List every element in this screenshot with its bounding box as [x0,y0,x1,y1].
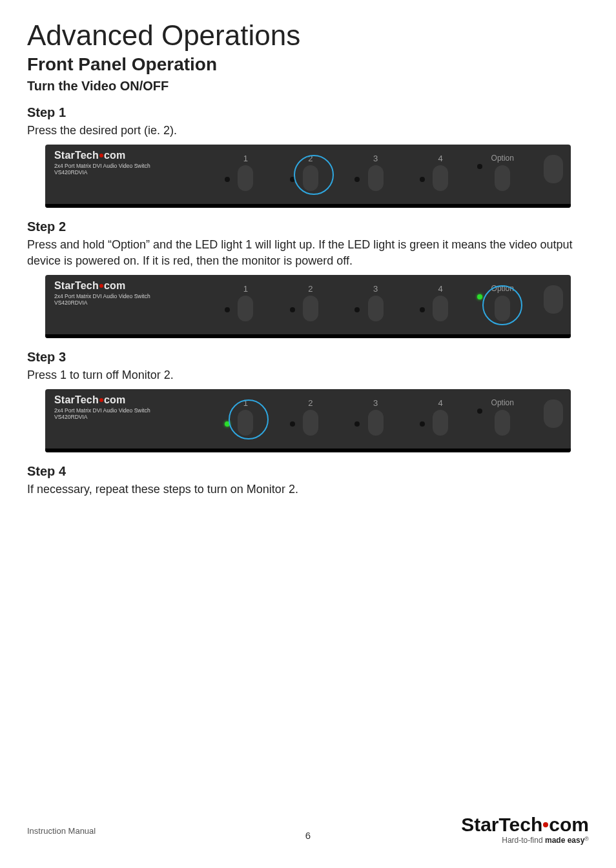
product-model: VS420RDVIA [54,169,150,176]
product-model: VS420RDVIA [54,299,150,306]
subsection-heading: Turn the Video ON/OFF [27,79,589,94]
port-led-2 [290,307,295,312]
option-pad [495,296,510,321]
port-led-2 [290,421,295,427]
step-text: Press 1 to turn off Monitor 2. [27,367,589,383]
port-pad-1 [238,296,253,321]
port-led-3 [354,421,360,427]
port-pad-4 [433,410,448,436]
port-button-1: 1 [213,389,278,449]
step-heading: Step 2 [27,219,589,234]
port-pad-3 [368,165,384,191]
step-text: Press the desired port (ie. 2). [27,123,589,138]
step-heading: Step 3 [27,350,589,365]
port-led-2 [290,177,295,182]
page-title: Advanced Operations [27,19,589,52]
aux-pad [544,285,563,314]
port-button-4: 4 [408,389,473,449]
port-led-1 [225,177,230,182]
option-button: Option [473,275,532,334]
port-led-3 [354,177,360,182]
port-led-1 [225,307,230,312]
port-led-3 [354,307,360,312]
option-pad [495,410,510,436]
step-heading: Step 1 [27,105,589,120]
product-model: VS420RDVIA [54,414,150,420]
port-button-1: 1 [213,145,278,204]
port-pad-1 [238,410,253,436]
port-button-3: 3 [343,145,408,204]
port-button-3: 3 [343,389,408,449]
port-pad-2 [303,165,318,191]
panel-brand-block: StarTechcom 2x4 Port Matrix DVI Audio Vi… [54,394,150,420]
port-led-4 [420,421,425,427]
port-button-2: 2 [278,145,344,204]
port-pad-4 [433,296,448,321]
device-front-panel-diagram: StarTechcom 2x4 Port Matrix DVI Audio Vi… [45,389,571,452]
panel-brand-block: StarTechcom 2x4 Port Matrix DVI Audio Vi… [54,280,150,306]
option-led [477,164,482,169]
port-pad-2 [303,410,318,436]
page-footer: Instruction Manual 6 StarTechcom Hard-to… [27,797,589,849]
product-description: 2x4 Port Matrix DVI Audio Video Switch [54,163,150,169]
footer-tagline: Hard-to-find made easy® [461,836,589,845]
section-heading: Front Panel Operation [27,54,589,75]
footer-logo-block: StarTechcom Hard-to-find made easy® [461,814,589,845]
aux-pad [544,399,563,428]
step-text: Press and hold “Option” and the LED ligh… [27,237,589,268]
option-pad [495,165,510,191]
port-button-2: 2 [278,389,344,449]
device-front-panel-diagram: StarTechcom 2x4 Port Matrix DVI Audio Vi… [45,145,571,208]
product-description: 2x4 Port Matrix DVI Audio Video Switch [54,293,150,299]
device-front-panel-diagram: StarTechcom 2x4 Port Matrix DVI Audio Vi… [45,275,571,338]
panel-brand-block: StarTechcom 2x4 Port Matrix DVI Audio Vi… [54,150,150,176]
port-pad-3 [368,410,384,436]
port-button-1: 1 [213,275,278,334]
port-led-4 [420,307,425,312]
port-led-1 [225,421,230,427]
footer-logo: StarTechcom [461,814,589,836]
option-led [477,294,482,299]
port-button-4: 4 [408,275,473,334]
port-button-3: 3 [343,275,408,334]
port-button-4: 4 [408,145,473,204]
port-button-2: 2 [278,275,344,334]
port-pad-4 [433,165,448,191]
brand-logo: StarTechcom [54,280,150,292]
port-pad-3 [368,296,384,321]
option-button: Option [473,145,532,204]
port-led-4 [420,177,425,182]
option-button: Option [473,389,532,449]
step-text: If necessary, repeat these steps to turn… [27,481,589,497]
step-heading: Step 4 [27,464,589,479]
port-pad-2 [303,296,318,321]
footer-page-number: 6 [305,830,311,841]
product-description: 2x4 Port Matrix DVI Audio Video Switch [54,407,150,414]
brand-logo: StarTechcom [54,394,150,406]
option-led [477,409,482,414]
port-pad-1 [238,165,253,191]
brand-logo: StarTechcom [54,150,150,161]
aux-pad [544,155,563,183]
footer-instruction-manual: Instruction Manual [27,826,96,836]
